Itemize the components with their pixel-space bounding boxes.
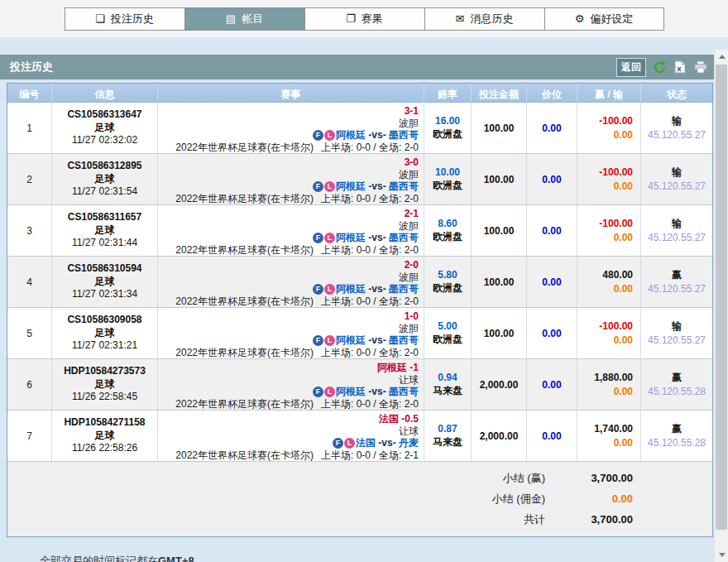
home-team-link[interactable]: 阿根廷	[336, 180, 366, 192]
away-team-link[interactable]: 墨西哥	[389, 232, 419, 243]
summary-value: 0.00	[558, 492, 633, 505]
odds-type: 欧洲盘	[428, 128, 467, 142]
stats-f-icon[interactable]: F	[313, 335, 323, 346]
bet-ip: 45.120.55.28	[644, 436, 709, 449]
bet-market: 波胆	[161, 220, 419, 233]
col-header-status: 状态	[641, 84, 712, 103]
back-button[interactable]: 返回	[616, 58, 646, 77]
odds-type: 马来盘	[428, 385, 467, 398]
bet-event: 1-0 波胆 FL阿根廷 -vs- 墨西哥 2022年世界杯足球赛(在卡塔尔)上…	[158, 308, 424, 358]
bet-sport: 足球	[55, 122, 154, 135]
export-excel-icon[interactable]	[673, 60, 687, 74]
league-line: 2022年世界杯足球赛(在卡塔尔)上半场: 0-0 / 全场: 2-0	[161, 142, 419, 153]
scrollbar-thumb[interactable]	[716, 65, 727, 530]
tab-bet-history[interactable]: ❏ 投注历史	[65, 7, 184, 31]
odds-type: 马来盘	[428, 436, 467, 449]
bet-id: CS10586311657	[55, 211, 154, 224]
bet-number: 4	[7, 257, 52, 307]
summary-label: 小结 (赢)	[503, 471, 545, 486]
stats-f-icon[interactable]: F	[313, 387, 323, 397]
tab-preferences[interactable]: ⚙ 偏好设定	[544, 7, 664, 31]
odds-value: 5.80	[428, 269, 467, 282]
bet-event: 2-1 波胆 FL阿根廷 -vs- 墨西哥 2022年世界杯足球赛(在卡塔尔)上…	[158, 205, 424, 256]
stats-f-icon[interactable]: F	[313, 284, 323, 295]
stats-f-icon[interactable]: F	[313, 233, 323, 243]
bet-time: 11/27 02:31:44	[55, 237, 154, 250]
vertical-scrollbar[interactable]	[714, 50, 728, 562]
scroll-up-arrow[interactable]	[715, 50, 728, 64]
bet-sport: 足球	[55, 327, 154, 340]
live-l-icon[interactable]: L	[324, 233, 335, 243]
summary-row: 小结 (佣金) 0.00	[7, 488, 712, 509]
home-team-link[interactable]: 法国	[356, 437, 376, 449]
stats-f-icon[interactable]: F	[313, 130, 323, 141]
timezone-note: 全部交易的时间标记都在GMT+8	[40, 554, 194, 562]
bet-event: 3-1 波胆 FL阿根廷 -vs- 墨西哥 2022年世界杯足球赛(在卡塔尔)上…	[158, 103, 424, 153]
panel-actions: 返回	[616, 58, 708, 77]
bet-stake: 100.00	[472, 257, 527, 307]
match-teams: FL阿根廷 -vs- 墨西哥	[161, 386, 419, 398]
bet-id: CS10586309058	[55, 314, 154, 327]
result-label: 赢	[644, 422, 709, 435]
live-l-icon[interactable]: L	[324, 335, 335, 346]
odds-value: 5.00	[428, 320, 467, 334]
stats-f-icon[interactable]: F	[333, 438, 343, 449]
print-icon[interactable]	[693, 60, 708, 74]
home-team-link[interactable]: 阿根廷	[336, 232, 366, 243]
home-team-link[interactable]: 阿根廷	[336, 386, 366, 397]
away-team-link[interactable]: 墨西哥	[389, 386, 419, 397]
league-name: 2022年世界杯足球赛(在卡塔尔)	[175, 295, 314, 307]
tab-results[interactable]: ❐ 赛果	[304, 7, 424, 31]
bet-info: CS10586311657 足球 11/27 02:31:44	[52, 205, 158, 256]
score-line: 上半场: 0-0 / 全场: 2-1	[321, 449, 419, 461]
bet-price: 0.00	[527, 411, 577, 461]
commission-amount: 0.00	[581, 180, 633, 193]
refresh-icon[interactable]	[652, 60, 667, 74]
bet-event: 法国 -0.5 让球 FL法国 -vs- 丹麦 2022年世界杯足球赛(在卡塔尔…	[158, 411, 424, 461]
live-l-icon[interactable]: L	[324, 130, 335, 141]
away-team-link[interactable]: 丹麦	[399, 437, 419, 449]
league-name: 2022年世界杯足球赛(在卡塔尔)	[175, 193, 314, 204]
bet-win-loss: -100.00 0.00	[577, 205, 641, 256]
home-team-link[interactable]: 阿根廷	[336, 283, 366, 295]
col-header-stake: 投注金额	[472, 84, 527, 103]
score-line: 上半场: 0-0 / 全场: 2-0	[321, 295, 419, 307]
tab-statement[interactable]: ▤ 帐目	[184, 7, 304, 31]
home-team-link[interactable]: 阿根廷	[336, 334, 366, 346]
bet-number: 7	[7, 411, 52, 461]
bet-price: 0.00	[527, 359, 577, 410]
stats-f-icon[interactable]: F	[313, 181, 323, 192]
bet-odds: 5.80 欧洲盘	[424, 257, 472, 307]
away-team-link[interactable]: 墨西哥	[389, 334, 419, 346]
bet-stake: 100.00	[472, 308, 527, 358]
odds-value: 10.00	[428, 166, 467, 180]
home-team-link[interactable]: 阿根廷	[336, 129, 366, 141]
match-teams: FL阿根廷 -vs- 墨西哥	[161, 334, 419, 347]
bet-selection: 2-0	[161, 259, 419, 271]
tab-messages[interactable]: ✉ 消息历史	[424, 7, 544, 31]
bet-number: 5	[7, 308, 52, 358]
live-l-icon[interactable]: L	[344, 438, 355, 449]
away-team-link[interactable]: 墨西哥	[389, 180, 419, 192]
bet-odds: 0.87 马来盘	[424, 411, 472, 461]
league-line: 2022年世界杯足球赛(在卡塔尔)上半场: 0-0 / 全场: 2-1	[161, 449, 419, 461]
live-l-icon[interactable]: L	[324, 181, 335, 192]
away-team-link[interactable]: 墨西哥	[389, 283, 419, 295]
bet-price: 0.00	[527, 205, 577, 256]
bet-win-loss: 480.00 0.00	[577, 257, 641, 307]
scroll-down-arrow[interactable]	[715, 548, 728, 562]
score-line: 上半场: 0-0 / 全场: 2-0	[321, 142, 419, 153]
bet-market: 波胆	[161, 271, 419, 284]
col-header-odds: 赔率	[424, 84, 472, 103]
bet-status: 赢 45.120.55.28	[641, 411, 712, 461]
bet-id: HDP10584271158	[55, 416, 154, 430]
bet-row: 4 CS10586310594 足球 11/27 02:31:34 2-0 波胆…	[7, 257, 712, 308]
match-teams: FL阿根廷 -vs- 墨西哥	[161, 232, 419, 244]
col-header-price: 价位	[527, 84, 577, 103]
bet-status: 输 45.120.55.27	[641, 205, 712, 256]
bet-info: HDP10584271158 足球 11/26 22:58:26	[52, 411, 158, 461]
live-l-icon[interactable]: L	[324, 284, 335, 295]
away-team-link[interactable]: 墨西哥	[389, 129, 419, 141]
live-l-icon[interactable]: L	[324, 387, 335, 397]
panel-header: 投注历史 返回	[0, 55, 728, 79]
